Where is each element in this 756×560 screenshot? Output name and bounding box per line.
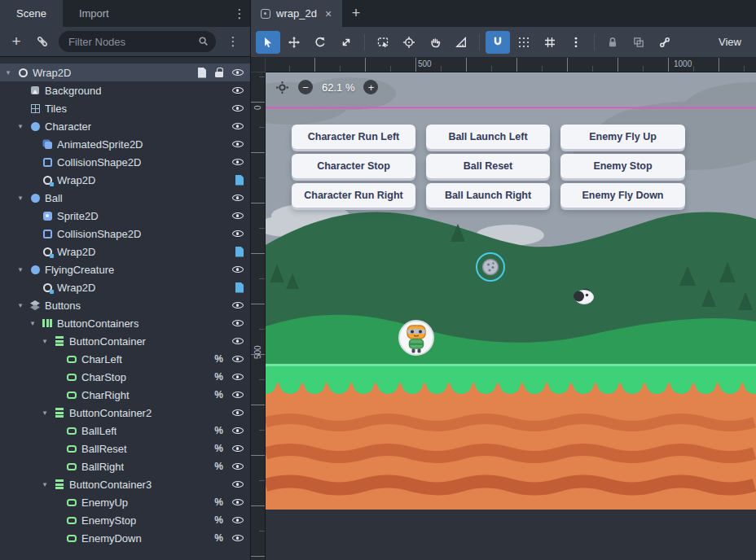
visibility-eye-icon[interactable] (231, 371, 244, 383)
visibility-eye-icon[interactable] (231, 210, 244, 221)
move-tool[interactable] (282, 31, 306, 54)
close-tab-icon[interactable]: × (323, 6, 334, 22)
tree-row-buttons[interactable]: ▾Buttons (0, 296, 250, 314)
visibility-eye-icon[interactable] (231, 514, 244, 526)
expand-caret-icon[interactable]: ▾ (40, 409, 50, 417)
expand-caret-icon[interactable]: ▾ (3, 68, 13, 77)
tree-row-enemystop[interactable]: EnemyStop% (0, 511, 250, 529)
tree-row-wrap2d[interactable]: ▾Wrap2D (0, 63, 250, 81)
dock-menu-dots-icon[interactable]: ⋮ (229, 0, 250, 27)
visibility-eye-icon[interactable] (231, 443, 244, 454)
expand-caret-icon[interactable]: ▾ (15, 265, 25, 273)
tree-row-animatedsprite2d[interactable]: AnimatedSprite2D (0, 135, 250, 153)
visibility-eye-icon[interactable] (231, 407, 244, 418)
tree-row-enemyup[interactable]: EnemyUp% (0, 493, 250, 511)
visibility-eye-icon[interactable] (231, 389, 244, 400)
scene-tab-wrap2d[interactable]: wrap_2d × (251, 0, 342, 27)
game-button-ball-reset[interactable]: Ball Reset (426, 154, 550, 178)
tree-row-sprite2d[interactable]: Sprite2D (0, 207, 250, 225)
visibility-eye-icon[interactable] (231, 317, 244, 329)
visibility-eye-icon[interactable] (231, 138, 244, 150)
character-sprite[interactable] (399, 321, 433, 355)
expand-caret-icon[interactable]: ▾ (15, 301, 25, 309)
view-menu-button[interactable]: View (709, 33, 751, 51)
tree-row-buttoncontainer2[interactable]: ▾ButtonContainer2 (0, 404, 250, 422)
skeleton-bone-button[interactable] (653, 31, 677, 54)
tree-row-collisionshape2d[interactable]: CollisionShape2D (0, 225, 250, 243)
tab-scene[interactable]: Scene (0, 0, 63, 27)
expand-caret-icon[interactable]: ▾ (15, 194, 25, 202)
tree-row-buttoncontainer[interactable]: ▾ButtonContainer (0, 332, 250, 350)
game-button-character-run-right[interactable]: Character Run Right (292, 183, 415, 208)
new-scene-tab-button[interactable]: + (342, 0, 370, 27)
tree-row-ball[interactable]: ▾Ball (0, 189, 250, 207)
visibility-eye-icon[interactable] (231, 103, 244, 114)
tree-row-charleft[interactable]: CharLeft% (0, 350, 250, 368)
ruler-tool[interactable] (449, 31, 473, 54)
tree-row-enemydown[interactable]: EnemyDown% (0, 529, 250, 547)
lock-node-button[interactable] (600, 31, 625, 54)
game-button-character-run-left[interactable]: Character Run Left (292, 125, 415, 149)
tree-row-ballright[interactable]: BallRight% (0, 457, 250, 475)
script-icon[interactable] (198, 68, 206, 78)
visibility-eye-icon[interactable] (231, 479, 244, 490)
center-view-icon[interactable] (275, 81, 289, 94)
visibility-eye-icon[interactable] (231, 85, 244, 96)
snap-options-dots-icon[interactable] (564, 31, 588, 54)
expand-caret-icon[interactable]: ▾ (28, 319, 37, 327)
expand-caret-icon[interactable]: ▾ (15, 122, 25, 130)
expand-caret-icon[interactable]: ▾ (40, 337, 50, 345)
list-select-tool[interactable] (371, 31, 395, 54)
filter-nodes-input[interactable] (59, 31, 216, 52)
tree-menu-dots-icon[interactable]: ⋮ (222, 34, 244, 49)
tree-row-wrap2d[interactable]: Wrap2D (0, 278, 250, 296)
pan-tool[interactable] (423, 31, 447, 54)
visibility-eye-icon[interactable] (231, 156, 244, 168)
tree-row-flyingcreature[interactable]: ▾FlyingCreature (0, 260, 250, 278)
game-button-enemy-fly-up[interactable]: Enemy Fly Up (560, 125, 685, 149)
grid-snap-toggle[interactable] (512, 31, 536, 54)
visibility-eye-icon[interactable] (231, 335, 244, 347)
tree-row-buttoncontainers[interactable]: ▾ButtonContainers (0, 314, 250, 332)
instance-scene-link-icon[interactable] (33, 32, 52, 51)
visibility-eye-icon[interactable] (231, 532, 244, 544)
zoom-in-button[interactable]: + (363, 80, 378, 94)
tree-row-ballreset[interactable]: BallReset% (0, 440, 250, 457)
script-icon[interactable] (235, 247, 244, 257)
tree-row-wrap2d[interactable]: Wrap2D (0, 171, 250, 189)
select-tool[interactable] (256, 31, 280, 54)
visibility-eye-icon[interactable] (231, 353, 244, 365)
visibility-eye-icon[interactable] (231, 264, 244, 275)
tree-row-ballleft[interactable]: BallLeft% (0, 422, 250, 440)
tree-row-charright[interactable]: CharRight% (0, 386, 250, 404)
grid-toggle[interactable] (538, 31, 562, 54)
add-node-button[interactable]: + (7, 32, 26, 51)
tree-row-background[interactable]: Background (0, 81, 250, 99)
tree-row-wrap2d[interactable]: Wrap2D (0, 243, 250, 260)
visibility-eye-icon[interactable] (231, 228, 244, 239)
group-node-button[interactable] (626, 31, 651, 54)
game-button-character-stop[interactable]: Character Stop (292, 154, 415, 178)
scale-tool[interactable] (334, 31, 358, 54)
tree-row-buttoncontainer3[interactable]: ▾ButtonContainer3 (0, 475, 250, 493)
tree-row-charstop[interactable]: CharStop% (0, 368, 250, 386)
game-button-enemy-stop[interactable]: Enemy Stop (560, 154, 685, 178)
smart-snap-toggle[interactable] (486, 31, 510, 54)
pivot-tool[interactable] (397, 31, 421, 54)
tab-import[interactable]: Import (63, 0, 125, 27)
visibility-eye-icon[interactable] (231, 67, 244, 78)
zoom-out-button[interactable]: − (298, 80, 313, 94)
script-icon[interactable] (235, 282, 244, 293)
visibility-eye-icon[interactable] (231, 425, 244, 436)
game-button-ball-launch-left[interactable]: Ball Launch Left (426, 125, 550, 149)
script-icon[interactable] (235, 175, 244, 186)
visibility-eye-icon[interactable] (231, 461, 244, 472)
visibility-eye-icon[interactable] (231, 120, 244, 132)
canvas-area[interactable]: Character Run LeftBall Launch LeftEnemy … (266, 72, 756, 560)
visibility-eye-icon[interactable] (231, 192, 244, 203)
tree-row-collisionshape2d[interactable]: CollisionShape2D (0, 153, 250, 171)
tree-row-tiles[interactable]: Tiles (0, 99, 250, 117)
rotate-tool[interactable] (308, 31, 332, 54)
expand-caret-icon[interactable]: ▾ (40, 480, 50, 488)
game-button-enemy-fly-down[interactable]: Enemy Fly Down (560, 183, 685, 208)
